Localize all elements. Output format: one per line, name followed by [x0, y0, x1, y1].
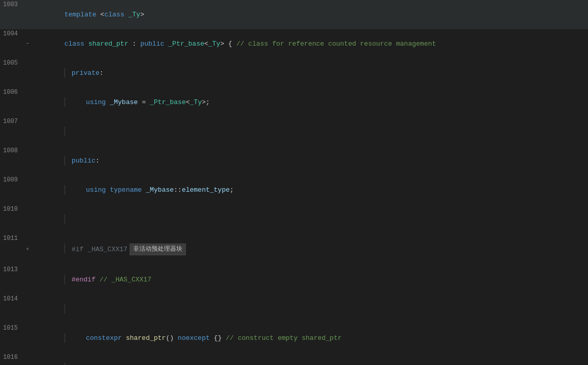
fold-gutter[interactable] [24, 175, 31, 205]
table-row: 1010 [0, 205, 588, 234]
line-number: 1008 [0, 146, 24, 175]
table-row: 1004 − class shared_ptr : public _Ptr_ba… [0, 29, 588, 58]
table-row: 1015 constexpr shared_ptr() noexcept {} … [0, 323, 588, 353]
table-row: 1003 template <class _Ty> [0, 0, 588, 29]
table-row: 1011 + #if _HAS_CXX17非活动预处理器块 [0, 234, 588, 265]
table-row: 1008 public: [0, 146, 588, 175]
fold-gutter[interactable]: − [24, 29, 31, 58]
fold-gutter[interactable] [24, 265, 31, 294]
table-row: 1007 [0, 117, 588, 146]
code-content: template <class _Ty> [31, 0, 588, 29]
fold-gutter[interactable] [24, 88, 31, 117]
line-number: 1004 [0, 29, 24, 58]
code-content: class shared_ptr : public _Ptr_base<_Ty>… [31, 29, 588, 58]
tooltip-inactive-preprocessor: 非活动预处理器块 [130, 244, 186, 255]
table-row: 1006 using _Mybase = _Ptr_base<_Ty>; [0, 88, 588, 117]
code-content [31, 117, 588, 146]
table-row: 1009 using typename _Mybase::element_typ… [0, 175, 588, 205]
line-number: 1010 [0, 205, 24, 234]
code-content: public: [31, 146, 588, 175]
line-number: 1003 [0, 0, 24, 29]
fold-gutter[interactable] [24, 0, 31, 29]
code-content [31, 294, 588, 323]
line-number: 1015 [0, 323, 24, 353]
fold-gutter[interactable] [24, 146, 31, 175]
table-row: 1016 [0, 353, 588, 365]
fold-gutter[interactable] [24, 323, 31, 353]
fold-gutter[interactable] [24, 58, 31, 88]
table-row: 1013 #endif // _HAS_CXX17 [0, 265, 588, 294]
code-content: using _Mybase = _Ptr_base<_Ty>; [31, 88, 588, 117]
code-content [31, 353, 588, 365]
fold-gutter[interactable] [24, 294, 31, 323]
line-number: 1014 [0, 294, 24, 323]
table-row: 1005 private: [0, 58, 588, 88]
line-number: 1007 [0, 117, 24, 146]
code-content: constexpr shared_ptr() noexcept {} // co… [31, 323, 588, 353]
fold-gutter[interactable]: + [24, 234, 31, 265]
code-content: private: [31, 58, 588, 88]
line-number: 1006 [0, 88, 24, 117]
code-content: #if _HAS_CXX17非活动预处理器块 [31, 234, 588, 265]
fold-gutter[interactable] [24, 353, 31, 365]
fold-gutter[interactable] [24, 205, 31, 234]
code-content [31, 205, 588, 234]
line-number: 1011 [0, 234, 24, 265]
table-row: 1014 [0, 294, 588, 323]
fold-gutter[interactable] [24, 117, 31, 146]
line-number: 1016 [0, 353, 24, 365]
line-number: 1013 [0, 265, 24, 294]
code-content: using typename _Mybase::element_type; [31, 175, 588, 205]
code-editor: 1003 template <class _Ty> 1004 − class s… [0, 0, 588, 365]
line-number: 1005 [0, 58, 24, 88]
code-content: #endif // _HAS_CXX17 [31, 265, 588, 294]
line-number: 1009 [0, 175, 24, 205]
